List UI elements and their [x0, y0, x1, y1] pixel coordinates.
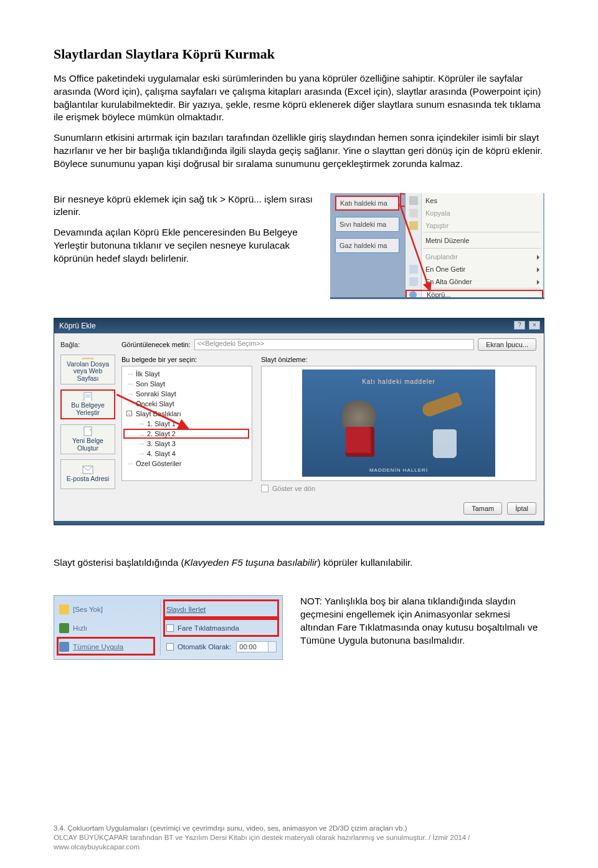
tree-slide-2[interactable]: 2. Slayt 2 — [123, 429, 249, 439]
page-footer: 3.4. Çokluortam Uygulamaları (çevrimiçi … — [54, 824, 544, 852]
display-text-input[interactable]: <<Belgedeki Seçim>> — [194, 339, 474, 350]
sound-icon — [59, 604, 69, 614]
book-icon — [346, 427, 374, 457]
slide-preview: Katı haldeki maddeler MADDENİN HALLERİ — [261, 366, 536, 481]
tree-slide-3[interactable]: 3. Slayt 3 — [125, 439, 252, 449]
animation-toolbar-figure: [Ses Yok] Slaydı İlerlet Hızlı Fare Tıkl… — [54, 595, 283, 660]
glass-icon — [433, 429, 457, 458]
menu-item-front-label: En Öne Getir — [425, 265, 465, 273]
footer-line-1: 3.4. Çokluortam Uygulamaları (çevrimiçi … — [54, 824, 544, 833]
sidebar-this-document[interactable]: Bu Belgeye Yerleştir — [60, 389, 115, 419]
sound-dropdown[interactable]: [Ses Yok] — [73, 606, 103, 613]
show-return-checkbox[interactable] — [261, 485, 268, 492]
tree-last-slide[interactable]: Son Slayt — [125, 379, 252, 389]
highlight-box-advance — [163, 599, 279, 618]
auto-checkbox[interactable] — [166, 643, 174, 651]
show-return-label: Göster ve dön — [272, 485, 315, 492]
paragraph-5: Slayt gösterisi başlatıldığında (Klavyed… — [54, 556, 544, 570]
footer-line-2: OLCAY BÜYÜKÇAPAR tarafından BT ve Yazılı… — [54, 833, 544, 842]
menu-item-back-label: En Alta Gönder — [425, 278, 472, 285]
preview-slide-title: Katı haldeki maddeler — [362, 378, 435, 385]
page-title: Slaytlardan Slaytlara Köprü Kurmak — [54, 46, 544, 62]
menu-item-group-label: Gruplandır — [425, 253, 458, 260]
preview-label: Slayt önizleme: — [261, 356, 536, 363]
f5-hint: Klavyeden F5 tuşuna basılabilir — [184, 557, 318, 568]
speed-icon — [59, 623, 69, 633]
context-menu-figure: Katı haldeki ma Sıvı haldeki ma Gaz hald… — [330, 193, 544, 299]
sidebar-existing-file[interactable]: Varolan Dosya veya Web Sayfası — [60, 355, 115, 384]
auto-time-field[interactable]: 00:00 — [236, 641, 277, 652]
footer-line-3: www.olcaybuyukcapar.com — [54, 842, 544, 852]
sidebar-new-document[interactable]: Yeni Belge Oluştur — [60, 424, 115, 454]
document-icon — [82, 392, 93, 401]
chevron-right-icon — [537, 280, 539, 285]
tree-slide-titles[interactable]: - Slayt Başlıkları — [125, 409, 252, 419]
help-button[interactable]: ? — [514, 321, 525, 330]
file-web-icon — [82, 356, 93, 360]
menu-item-copy[interactable]: Kopyala — [406, 207, 543, 219]
slide-shape-1: Katı haldeki ma — [335, 196, 399, 211]
tree-prev-slide[interactable]: Önceki Slayt — [125, 399, 252, 409]
hyperlink-dialog-figure: Köprü Ekle ? × Bağla: Varolan Dosya veya… — [54, 318, 544, 525]
svg-rect-6 — [84, 427, 92, 436]
highlight-box-mouseclick — [163, 618, 279, 637]
hyperlink-dialog: Köprü Ekle ? × Bağla: Varolan Dosya veya… — [54, 318, 544, 525]
speed-dropdown[interactable]: Hızlı — [73, 624, 87, 632]
menu-item-bring-front[interactable]: En Öne Getir — [406, 263, 543, 275]
paragraph-4: Devamında açılan Köprü Ekle penceresinde… — [54, 226, 319, 265]
cancel-button[interactable]: İptal — [507, 502, 536, 515]
location-tree[interactable]: İlk Slayt Son Slayt Sonraki Slayt Önceki… — [121, 366, 252, 481]
sidebar-existing-file-label: Varolan Dosya veya Web Sayfası — [62, 361, 113, 383]
menu-item-paste[interactable]: Yapıştır — [406, 219, 543, 232]
sidebar-email-label: E-posta Adresi — [67, 475, 109, 483]
slide-shape-2: Sıvı haldeki ma — [335, 217, 399, 232]
paragraph-1: Ms Office paketindeki uygulamalar eski s… — [54, 72, 544, 124]
dialog-sidebar: Bağla: Varolan Dosya veya Web Sayfası Bu… — [60, 338, 115, 492]
dialog-titlebar: Köprü Ekle ? × — [54, 318, 544, 333]
ok-button[interactable]: Tamam — [463, 502, 502, 515]
chevron-right-icon — [537, 255, 539, 260]
section-context-menu: Bir nesneye köprü eklemek için sağ tık >… — [54, 193, 544, 299]
new-doc-icon — [82, 426, 93, 436]
tree-slide-1[interactable]: 1. Slayt 1 — [125, 419, 252, 429]
preview-slide-footer: MADDENİN HALLERİ — [369, 467, 428, 473]
connect-label: Bağla: — [60, 341, 115, 348]
sidebar-new-document-label: Yeni Belge Oluştur — [62, 437, 113, 452]
chevron-right-icon — [537, 267, 539, 272]
sidebar-this-document-label: Bu Belgeye Yerleştir — [63, 402, 113, 416]
close-button[interactable]: × — [529, 321, 540, 330]
sidebar-email[interactable]: E-posta Adresi — [60, 459, 115, 489]
context-menu: Kes Kopyala Yapıştır Metni Düzenle Grupl… — [405, 193, 543, 299]
paragraph-2: Sunumların etkisini artırmak için bazıla… — [54, 131, 544, 170]
menu-item-send-back[interactable]: En Alta Gönder — [406, 275, 543, 288]
svg-rect-1 — [83, 358, 93, 360]
tree-label: Bu belgede bir yer seçin: — [121, 356, 252, 363]
paragraph-3: Bir nesneye köprü eklemek için sağ tık >… — [54, 193, 319, 219]
dialog-title: Köprü Ekle — [59, 322, 96, 330]
highlight-box-applyall — [57, 637, 155, 656]
menu-item-group[interactable]: Gruplandır — [406, 250, 543, 263]
screen-tip-button[interactable]: Ekran İpucu... — [478, 338, 536, 351]
display-text-label: Görüntülenecek metin: — [121, 341, 191, 348]
auto-label: Otomatik Olarak: — [178, 643, 231, 651]
note-paragraph: NOT: Yanlışlıkla boş bir alana tıklandığ… — [300, 595, 544, 647]
slide-shape-3: Gaz haldeki ma — [335, 238, 399, 253]
tree-next-slide[interactable]: Sonraki Slayt — [125, 389, 252, 399]
tree-slide-4[interactable]: 4. Slayt 4 — [125, 449, 252, 459]
tree-first-slide[interactable]: İlk Slayt — [125, 369, 252, 379]
menu-item-edit-text[interactable]: Metni Düzenle — [406, 234, 543, 247]
tree-custom-shows[interactable]: Özel Gösteriler — [125, 459, 252, 469]
section-animation-settings: [Ses Yok] Slaydı İlerlet Hızlı Fare Tıkl… — [54, 595, 544, 660]
spoon-icon — [420, 392, 463, 419]
email-icon — [82, 465, 93, 474]
menu-item-hyperlink[interactable]: Köprü... — [406, 290, 543, 299]
menu-item-cut[interactable]: Kes — [406, 194, 543, 207]
